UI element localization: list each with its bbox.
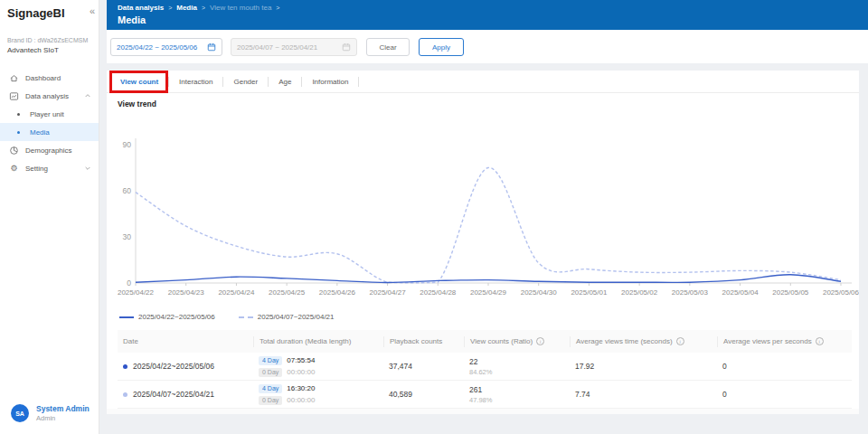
- compare-date-range-input: 2025/04/07 ~ 2025/04/21: [231, 38, 357, 56]
- playback-count: 40,589: [383, 390, 464, 399]
- sidebar-item-player-unit[interactable]: Player unit: [0, 105, 99, 123]
- sidebar-item-data-analysis[interactable]: Data analysis: [0, 87, 99, 105]
- svg-text:2025/04/30: 2025/04/30: [521, 288, 558, 297]
- sidebar-nav: Dashboard Data analysis Player unit Medi…: [0, 69, 99, 177]
- chart-title: View trend: [118, 99, 156, 108]
- breadcrumb-separator: >: [276, 5, 279, 11]
- legend-item-compare: 2025/04/07~2025/04/21: [239, 313, 335, 321]
- sidebar-collapse-icon[interactable]: «: [90, 5, 95, 16]
- info-icon[interactable]: [536, 337, 544, 345]
- calendar-icon: [342, 42, 351, 52]
- svg-text:0: 0: [127, 278, 131, 288]
- content-card: View count Interaction Gender Age Inform…: [107, 71, 859, 414]
- user-role: Admin: [36, 414, 90, 422]
- col-total-duration: Total duration (Media length): [259, 337, 351, 345]
- info-icon[interactable]: [676, 337, 684, 345]
- col-playback-counts: Playback counts: [390, 337, 442, 345]
- apply-button[interactable]: Apply: [419, 38, 464, 56]
- breadcrumb-separator: >: [202, 5, 205, 11]
- svg-text:30: 30: [123, 232, 132, 241]
- tab-information[interactable]: Information: [302, 71, 358, 93]
- duration-value: 00:00:00: [287, 396, 315, 404]
- tab-age[interactable]: Age: [269, 71, 301, 93]
- row-date: 2025/04/07~2025/04/21: [133, 390, 214, 399]
- duration-value: 07:55:54: [287, 356, 315, 364]
- stats-table: Date Total duration (Media length) Playb…: [118, 330, 852, 409]
- svg-text:2025/04/28: 2025/04/28: [420, 288, 457, 297]
- analysis-icon: [9, 91, 19, 101]
- calendar-icon: [207, 42, 216, 52]
- legend-label: 2025/04/07~2025/04/21: [258, 313, 335, 321]
- tab-gender[interactable]: Gender: [223, 71, 268, 93]
- duration-value: 00:00:00: [287, 368, 315, 376]
- app-logo: SignageBI: [7, 6, 65, 20]
- sidebar-item-dashboard[interactable]: Dashboard: [0, 69, 99, 87]
- svg-text:2025/05/02: 2025/05/02: [621, 288, 658, 297]
- view-ratio: 47.98%: [469, 396, 570, 404]
- sidebar-item-media[interactable]: Media: [0, 123, 99, 141]
- series-bullet-icon: [123, 392, 127, 397]
- breadcrumb-data-analysis[interactable]: Data analysis: [118, 4, 164, 12]
- sidebar-item-label: Dashboard: [25, 74, 61, 82]
- avg-views-per-second: 0: [717, 390, 852, 399]
- svg-text:2025/05/04: 2025/05/04: [722, 288, 760, 297]
- svg-text:2025/05/03: 2025/05/03: [672, 288, 709, 297]
- sidebar: SignageBI « Brand ID : dWa26ZsECMSM Adva…: [0, 0, 99, 434]
- legend-item-current: 2025/04/22~2025/05/06: [119, 313, 215, 321]
- user-profile[interactable]: SA System Admin Admin: [11, 404, 90, 422]
- info-icon[interactable]: [816, 337, 824, 345]
- series-bullet-icon: [123, 364, 127, 369]
- clear-button[interactable]: Clear: [366, 38, 410, 56]
- avg-views-time: 7.74: [570, 390, 717, 399]
- solid-line-icon: [119, 316, 134, 318]
- svg-text:2025/04/27: 2025/04/27: [370, 288, 407, 297]
- tab-divider: [358, 77, 359, 87]
- svg-text:60: 60: [123, 186, 132, 195]
- day-badge: 4 Day: [259, 384, 282, 393]
- dashed-line-icon: [239, 316, 253, 318]
- page-header: Data analysis > Media > View ten mouth t…: [107, 0, 868, 30]
- date-range-value: 2025/04/22 ~ 2025/05/06: [117, 43, 197, 52]
- col-view-counts: View counts (Ratio): [470, 337, 533, 345]
- sidebar-item-setting[interactable]: ⚙ Setting: [0, 159, 99, 177]
- table-row: 2025/04/07~2025/04/21 4 Day 16:30:20 0 D…: [118, 381, 852, 409]
- svg-text:2025/05/06: 2025/05/06: [823, 288, 859, 297]
- home-icon: [9, 73, 19, 83]
- compare-date-range-value: 2025/04/07 ~ 2025/04/21: [237, 43, 317, 52]
- breadcrumb-media[interactable]: Media: [176, 4, 197, 12]
- view-count: 261: [469, 385, 570, 394]
- date-range-input[interactable]: 2025/04/22 ~ 2025/05/06: [110, 38, 222, 56]
- svg-text:90: 90: [123, 140, 132, 149]
- breadcrumb-separator: >: [168, 5, 172, 11]
- brand-id: Brand ID : dWa26ZsECMSM: [7, 37, 88, 43]
- svg-text:2025/04/29: 2025/04/29: [470, 288, 507, 297]
- svg-text:2025/04/25: 2025/04/25: [269, 288, 306, 297]
- row-date: 2025/04/22~2025/05/06: [133, 362, 214, 371]
- chevron-up-icon: [84, 92, 91, 99]
- card-footer-strip: [107, 409, 859, 414]
- svg-text:2025/05/05: 2025/05/05: [772, 288, 809, 297]
- breadcrumb: Data analysis > Media > View ten mouth t…: [118, 4, 868, 12]
- pie-chart-icon: [9, 146, 19, 156]
- col-avg-views-per-second: Average views per seconds: [723, 337, 812, 345]
- table-header: Date Total duration (Media length) Playb…: [118, 330, 852, 353]
- playback-count: 37,474: [383, 362, 464, 371]
- avg-views-per-second: 0: [717, 362, 852, 371]
- tab-bar: View count Interaction Gender Age Inform…: [107, 71, 859, 93]
- svg-text:2025/04/24: 2025/04/24: [218, 288, 255, 297]
- svg-text:2025/04/22: 2025/04/22: [118, 288, 155, 297]
- sidebar-item-label: Demographics: [25, 146, 72, 155]
- sidebar-item-demographics[interactable]: Demographics: [0, 141, 99, 159]
- day-badge: 0 Day: [259, 396, 282, 405]
- legend-label: 2025/04/22~2025/05/06: [138, 313, 215, 321]
- view-count: 22: [469, 357, 570, 366]
- page-title: Media: [118, 14, 868, 25]
- sidebar-item-label: Data analysis: [25, 92, 69, 100]
- tab-view-count[interactable]: View count: [110, 71, 168, 93]
- col-avg-views-time: Average views time (seconds): [576, 337, 673, 345]
- svg-text:2025/05/01: 2025/05/01: [571, 288, 608, 297]
- filter-bar: 2025/04/22 ~ 2025/05/06 2025/04/07 ~ 202…: [107, 30, 868, 63]
- tab-interaction[interactable]: Interaction: [169, 71, 222, 93]
- duration-value: 16:30:20: [287, 384, 315, 392]
- svg-text:2025/04/26: 2025/04/26: [319, 288, 356, 297]
